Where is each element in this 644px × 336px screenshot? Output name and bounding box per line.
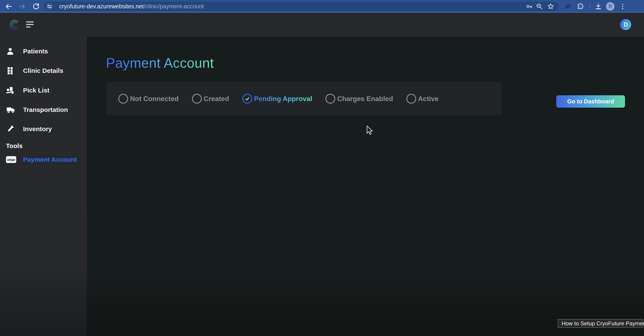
grid-icon — [6, 66, 17, 75]
sidebar-item-label: Patients — [23, 48, 48, 55]
step-label: Not Connected — [130, 95, 179, 103]
key-icon[interactable] — [526, 3, 533, 10]
mouse-cursor — [364, 125, 374, 136]
sidebar-item-label: Inventory — [23, 126, 52, 133]
main-content: Payment Account Not Connected Created Pe… — [87, 36, 644, 336]
app-header: D — [0, 13, 644, 36]
tune-icon[interactable] — [46, 2, 54, 10]
radio-circle-icon — [118, 94, 128, 104]
download-icon[interactable] — [595, 3, 602, 10]
sidebar-item-inventory[interactable]: Inventory — [0, 124, 87, 134]
stripe-badge-icon: stripe — [6, 156, 17, 163]
payment-status-stepper: Not Connected Created Pending Approval C… — [106, 82, 502, 115]
payments-setup-help-link[interactable]: How to Setup CryoFuture Payments — [558, 319, 643, 328]
toolbar-divider — [590, 4, 590, 10]
url-path: /clinic/payment-account — [144, 3, 204, 10]
person-icon — [6, 47, 17, 56]
step-not-connected[interactable]: Not Connected — [118, 94, 179, 104]
sidebar-item-pick-list[interactable]: Pick List — [0, 86, 87, 95]
reload-icon[interactable] — [32, 2, 40, 10]
go-to-dashboard-button[interactable]: Go to Dashboard — [556, 95, 625, 108]
step-label: Created — [204, 95, 229, 103]
url-bar[interactable]: cryofuture-dev.azurewebsites.net/clinic/… — [44, 2, 559, 11]
radio-circle-icon — [326, 94, 335, 104]
back-icon[interactable] — [5, 2, 12, 10]
page-title: Payment Account — [106, 55, 214, 71]
step-pending-approval[interactable]: Pending Approval — [242, 94, 312, 104]
forklift-icon — [6, 86, 17, 95]
truck-icon — [6, 106, 17, 114]
forward-icon[interactable] — [18, 2, 26, 10]
step-label: Charges Enabled — [337, 95, 393, 103]
step-active[interactable]: Active — [406, 94, 438, 104]
radio-circle-icon — [406, 94, 416, 104]
sidebar-item-label: Payment Account — [23, 156, 77, 163]
user-avatar[interactable]: D — [620, 19, 631, 30]
step-label: Active — [418, 95, 438, 103]
sidebar-item-clinic-details[interactable]: Clinic Details — [0, 66, 87, 76]
sidebar-item-label: Pick List — [23, 87, 49, 94]
extensions-puzzle-icon[interactable] — [576, 3, 584, 10]
radio-circle-icon — [192, 94, 202, 104]
step-label: Pending Approval — [254, 95, 312, 103]
bookmark-star-icon[interactable] — [547, 3, 554, 10]
cryofuture-logo — [8, 18, 21, 31]
sidebar-item-label: Transportation — [23, 106, 68, 114]
sidebar-item-label: Clinic Details — [23, 67, 63, 74]
url-text[interactable]: cryofuture-dev.azurewebsites.net/clinic/… — [59, 2, 204, 11]
flag-extension-icon[interactable] — [564, 2, 572, 10]
sidebar-item-payment-account[interactable]: stripe Payment Account — [0, 155, 87, 164]
browser-profile-avatar[interactable]: R — [606, 2, 614, 11]
hamburger-menu-icon[interactable] — [26, 21, 34, 28]
sidebar: Patients Clinic Details Pick List — [0, 36, 87, 336]
sidebar-section-tools: Tools — [6, 142, 23, 150]
test-tube-icon — [6, 125, 17, 133]
sidebar-item-transportation[interactable]: Transportation — [0, 105, 87, 114]
zoom-out-icon[interactable] — [536, 3, 543, 10]
menu-kebab-icon[interactable] — [619, 3, 626, 10]
browser-toolbar: cryofuture-dev.azurewebsites.net/clinic/… — [0, 0, 644, 13]
check-circle-icon — [242, 94, 252, 104]
sidebar-item-patients[interactable]: Patients — [0, 46, 87, 56]
step-created[interactable]: Created — [192, 94, 229, 104]
step-charges-enabled[interactable]: Charges Enabled — [326, 94, 393, 104]
url-host: cryofuture-dev.azurewebsites.net — [59, 3, 144, 10]
